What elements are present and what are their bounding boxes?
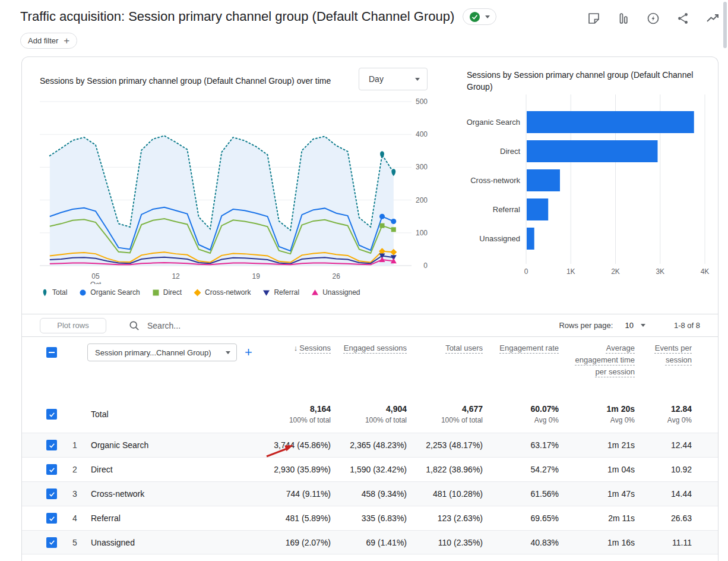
row-checkbox-organic-search[interactable] [46,440,57,450]
svg-text:1K: 1K [566,267,575,276]
line-chart-title: Sessions by Session primary channel grou… [40,76,354,86]
indeterminate-icon [49,352,55,353]
check-circle-icon [469,11,480,23]
scrollbar[interactable] [722,0,728,561]
granularity-value: Day [369,74,384,84]
svg-text:12: 12 [172,272,180,280]
cell-average-engagement-time-per-session: 1m 04s [571,465,647,474]
table-row-referral[interactable]: 4Referral481 (5.89%)335 (6.83%)123 (2.63… [22,506,718,530]
column-header-events-per-session[interactable]: Events per session [647,336,704,366]
cell-engagement-rate: 61.56% [495,489,571,499]
row-number: 5 [65,538,85,547]
chevron-down-icon [226,351,230,354]
select-all-checkbox[interactable] [46,347,57,358]
check-icon [48,490,56,498]
chart-legend: TotalOrganic SearchDirectCross-networkRe… [41,288,360,297]
svg-text:Referral: Referral [493,205,520,214]
cell-average-engagement-time-per-session: 1m 47s [571,489,647,499]
add-dimension-button[interactable]: + [245,346,252,359]
data-quality-badge[interactable] [463,8,496,25]
cell-total-users: 123 (2.63%) [419,513,495,523]
table-row-organic-search[interactable]: 1Organic Search3,744 (45.86%)2,365 (48.2… [22,433,718,457]
svg-text:2K: 2K [611,267,620,276]
total-average-engagement-time-per-session: 1m 20sAvg 0% [571,404,647,424]
table-row-unassigned[interactable]: 5Unassigned169 (2.07%)69 (1.41%)110 (2.3… [22,530,718,554]
search-icon [129,320,140,331]
direct-marker-icon [152,289,160,297]
chevron-down-icon [485,15,490,18]
legend-item-cross-network: Cross-network [194,288,251,297]
row-checkbox-cross-network[interactable] [46,488,57,499]
cell-sessions: 481 (5.89%) [256,513,343,523]
edit-comparisons-icon[interactable] [616,11,631,26]
cell-events-per-session: 12.44 [647,440,704,450]
row-number: 4 [65,513,85,523]
legend-item-unassigned: Unassigned [311,288,360,297]
channel-name: Unassigned [85,538,256,547]
cell-engagement-rate: 40.83% [495,538,571,547]
insights-icon[interactable] [646,11,660,26]
search-input[interactable] [147,321,337,330]
notes-icon[interactable] [587,11,601,26]
legend-label: Organic Search [90,288,140,297]
cell-engaged-sessions: 458 (9.34%) [343,489,419,499]
select-total-checkbox[interactable] [46,409,57,420]
chevron-down-icon [641,324,645,327]
cell-events-per-session: 26.63 [647,513,704,523]
plot-rows-button[interactable]: Plot rows [40,318,106,333]
channel-name: Cross-network [85,489,256,499]
row-checkbox-direct[interactable] [46,464,57,475]
column-header-engagement-rate[interactable]: Engagement rate [495,336,571,354]
column-header-average-engagement-time-per-session[interactable]: Average engagement time per session [571,336,647,378]
sessions-by-channel-bar-chart: 01K2K3K4KOrganic SearchDirectCross-netwo… [461,92,717,282]
cell-sessions: 169 (2.07%) [256,538,343,547]
svg-text:0: 0 [423,261,428,270]
cross-network-marker-icon [194,289,201,297]
add-filter-button[interactable]: Add filter + [20,33,77,49]
svg-text:200: 200 [416,196,428,204]
table-row-cross-network[interactable]: 3Cross-network744 (9.11%)458 (9.34%)481 … [22,481,718,506]
scrollbar-thumb[interactable] [723,2,727,48]
table-toolbar: Plot rows Rows per page: 10 1-8 of 8 [22,314,718,337]
table-row-direct[interactable]: 2Direct2,930 (35.89%)1,590 (32.42%)1,822… [22,457,718,481]
column-header-sessions[interactable]: ↓Sessions [256,336,343,354]
total-engagement-rate: 60.07%Avg 0% [495,404,571,424]
sort-descending-icon: ↓ [294,343,298,352]
legend-label: Cross-network [205,288,251,297]
report-toolbar [587,11,720,26]
column-header-engaged-sessions[interactable]: Engaged sessions [343,336,419,354]
legend-label: Total [52,288,67,297]
share-icon[interactable] [676,11,690,26]
rows-per-page-select[interactable]: 10 [625,321,645,330]
svg-text:19: 19 [252,272,261,280]
cell-events-per-session: 11.11 [647,538,704,547]
row-number: 3 [65,489,85,499]
legend-label: Direct [163,288,182,297]
organic-search-marker-icon [79,289,87,297]
channel-name: Organic Search [85,440,256,450]
pagination-range: 1-8 of 8 [674,321,700,330]
svg-text:Cross-network: Cross-network [470,176,520,185]
svg-text:0: 0 [524,267,528,276]
cell-average-engagement-time-per-session: 2m 11s [571,513,647,523]
cell-events-per-session: 10.92 [647,465,704,474]
row-checkbox-referral[interactable] [46,513,57,524]
cell-total-users: 481 (10.28%) [419,489,495,499]
row-number: 1 [65,440,85,450]
channel-name: Direct [85,465,256,474]
check-icon [48,515,56,522]
cell-average-engagement-time-per-session: 1m 21s [571,440,647,450]
cell-average-engagement-time-per-session: 1m 16s [571,538,647,547]
svg-text:Unassigned: Unassigned [479,234,520,243]
cell-sessions: 3,744 (45.86%) [256,440,343,450]
dimension-selector[interactable]: Session primary...Channel Group) [87,343,237,361]
table-header-row: Session primary...Channel Group)+↓Sessio… [22,336,718,396]
plus-icon: + [64,36,69,46]
check-icon [48,442,56,449]
legend-item-referral: Referral [262,288,299,297]
column-header-total-users[interactable]: Total users [419,336,495,354]
granularity-select[interactable]: Day [359,68,428,90]
cell-engaged-sessions: 335 (6.83%) [343,513,419,523]
row-checkbox-unassigned[interactable] [46,537,57,548]
customize-report-icon[interactable] [705,11,720,26]
